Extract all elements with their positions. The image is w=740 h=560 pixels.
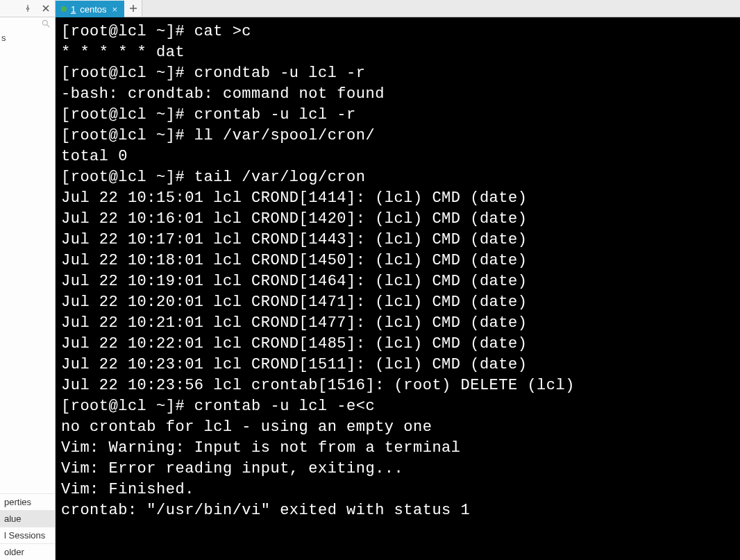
sidebar-header xyxy=(0,0,56,17)
terminal-line: no crontab for lcl - using an empty one xyxy=(61,417,734,438)
sidebar-item[interactable]: older xyxy=(0,543,55,560)
terminal-line: Jul 22 10:22:01 lcl CROND[1485]: (lcl) C… xyxy=(61,334,734,355)
terminal-line: total 0 xyxy=(61,146,734,167)
terminal-line: Vim: Error reading input, exiting... xyxy=(61,459,734,480)
terminal-line: [root@lcl ~]# cat >c xyxy=(61,22,734,42)
terminal-line: Vim: Finished. xyxy=(61,480,734,500)
svg-point-4 xyxy=(42,20,47,25)
terminal-line: -bash: crondtab: command not found xyxy=(61,84,734,105)
terminal-line: * * * * * dat xyxy=(61,42,734,63)
sidebar-search-row xyxy=(0,17,55,31)
search-icon[interactable] xyxy=(41,19,51,28)
terminal-line: Jul 22 10:15:01 lcl CROND[1414]: (lcl) C… xyxy=(61,188,734,209)
sidebar-item[interactable]: alue xyxy=(0,510,55,527)
sidebar-item[interactable]: l Sessions xyxy=(0,527,55,543)
tab-number: 1 xyxy=(71,4,76,15)
sidebar-spacer xyxy=(0,47,55,493)
terminal-line: Jul 22 10:21:01 lcl CROND[1477]: (lcl) C… xyxy=(61,313,734,334)
sidebar-item[interactable]: perties xyxy=(0,493,55,510)
terminal-output[interactable]: [root@lcl ~]# cat >c* * * * * dat[root@l… xyxy=(56,17,740,560)
terminal-line: [root@lcl ~]# crontab -u lcl -e<c xyxy=(61,396,734,417)
terminal-line: [root@lcl ~]# crondtab -u lcl -r xyxy=(61,63,734,84)
terminal-line: Jul 22 10:20:01 lcl CROND[1471]: (lcl) C… xyxy=(61,292,734,313)
terminal-line: [root@lcl ~]# crontab -u lcl -r xyxy=(61,105,734,126)
tab-close-icon[interactable]: × xyxy=(112,4,118,15)
terminal-line: crontab: "/usr/bin/vi" exited with statu… xyxy=(61,500,734,521)
terminal-line: Jul 22 10:17:01 lcl CROND[1443]: (lcl) C… xyxy=(61,230,734,251)
terminal-line: Jul 22 10:23:56 lcl crontab[1516]: (root… xyxy=(61,375,734,396)
terminal-line: Jul 22 10:19:01 lcl CROND[1464]: (lcl) C… xyxy=(61,271,734,292)
tab-label: centos xyxy=(80,4,106,15)
sidebar: s pertiesaluel Sessionsolder xyxy=(0,17,56,560)
sidebar-items: pertiesaluel Sessionsolder xyxy=(0,493,55,560)
terminal-line: Jul 22 10:23:01 lcl CROND[1511]: (lcl) C… xyxy=(61,355,734,375)
terminal-line: Jul 22 10:16:01 lcl CROND[1420]: (lcl) C… xyxy=(61,209,734,230)
add-tab-button[interactable] xyxy=(124,0,142,17)
svg-line-5 xyxy=(47,25,50,28)
tab-centos[interactable]: 1 centos × xyxy=(56,1,124,17)
pin-icon[interactable] xyxy=(22,2,34,15)
terminal-line: [root@lcl ~]# tail /var/log/cron xyxy=(61,167,734,188)
sidebar-close-icon[interactable] xyxy=(40,2,52,15)
status-dot-icon xyxy=(61,6,67,12)
terminal-line: Jul 22 10:18:01 lcl CROND[1450]: (lcl) C… xyxy=(61,251,734,271)
main-row: s pertiesaluel Sessionsolder [root@lcl ~… xyxy=(0,17,740,560)
sidebar-top-item[interactable]: s xyxy=(0,31,55,47)
top-strip: 1 centos × xyxy=(0,0,740,17)
terminal-line: Vim: Warning: Input is not from a termin… xyxy=(61,438,734,459)
tab-bar: 1 centos × xyxy=(56,0,740,17)
terminal-line: [root@lcl ~]# ll /var/spool/cron/ xyxy=(61,126,734,146)
